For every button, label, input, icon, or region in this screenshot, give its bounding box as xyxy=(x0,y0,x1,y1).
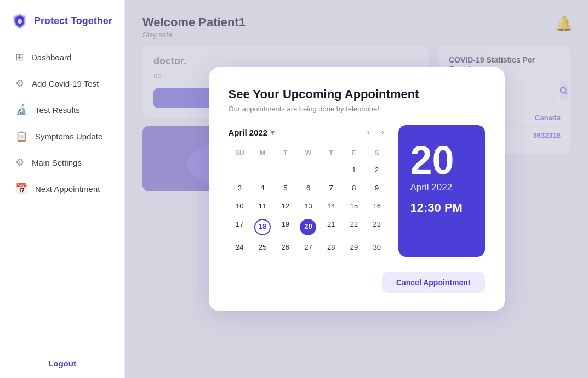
calendar-header: April 2022 ▾ ‹ › xyxy=(229,125,389,139)
app-title: Protect Together xyxy=(34,15,112,27)
cal-cell[interactable]: 4 xyxy=(251,179,274,198)
cal-day-header: W xyxy=(297,147,320,161)
cal-cell[interactable]: 11 xyxy=(251,198,274,216)
appt-day: 20 xyxy=(410,140,454,180)
sidebar-item-label: Dashboard xyxy=(31,53,71,62)
cal-cell[interactable]: 1 xyxy=(342,161,366,179)
cal-cell[interactable]: 21 xyxy=(319,216,342,239)
cal-cell[interactable]: 8 xyxy=(342,179,366,198)
sidebar-item-covid-test[interactable]: ⚙ Add Covid-19 Test xyxy=(7,71,118,95)
logo-area: Protect Together xyxy=(0,0,124,40)
svg-point-0 xyxy=(18,19,22,24)
cal-cell[interactable]: 9 xyxy=(366,179,389,198)
sidebar-item-label: Main Settings xyxy=(32,158,82,167)
calendar: April 2022 ▾ ‹ › SUMTWTFS123456789101112… xyxy=(229,125,389,256)
cal-cell xyxy=(274,161,297,179)
cal-cell[interactable]: 28 xyxy=(319,239,342,257)
sidebar-item-appointment[interactable]: 📅 Next Appointment xyxy=(7,177,118,201)
cal-cell xyxy=(251,161,274,179)
cal-cell xyxy=(319,161,342,179)
modal-overlay: See Your Upcoming Appointment Our appoin… xyxy=(125,0,588,378)
sidebar-item-label: Add Covid-19 Test xyxy=(32,79,99,88)
modal-subtitle: Our appointments are being done by telep… xyxy=(229,105,485,113)
cal-cell[interactable]: 7 xyxy=(319,179,342,198)
sidebar-item-dashboard[interactable]: ⊞ Dashboard xyxy=(7,45,118,69)
cal-cell[interactable]: 24 xyxy=(229,239,252,257)
calendar-grid: SUMTWTFS12345678910111213141516171819202… xyxy=(229,147,389,256)
dashboard-icon: ⊞ xyxy=(15,51,24,63)
cal-cell[interactable]: 17 xyxy=(229,216,252,239)
cal-cell[interactable]: 3 xyxy=(229,179,252,198)
sidebar-item-label: Symptoms Update xyxy=(35,132,102,141)
cal-cell[interactable]: 29 xyxy=(342,239,366,257)
logout-button[interactable]: Logout xyxy=(0,349,124,378)
cal-cell[interactable]: 22 xyxy=(342,216,366,239)
cal-cell[interactable]: 12 xyxy=(274,198,297,216)
cal-cell xyxy=(229,161,252,179)
modal-body: April 2022 ▾ ‹ › SUMTWTFS123456789101112… xyxy=(229,125,485,256)
cal-cell[interactable]: 15 xyxy=(342,198,366,216)
cal-day-header: M xyxy=(251,147,274,161)
cancel-appointment-button[interactable]: Cancel Appointment xyxy=(382,272,485,293)
cal-cell[interactable]: 20 xyxy=(300,219,316,235)
covid-test-icon: ⚙ xyxy=(15,77,24,89)
month-selector[interactable]: April 2022 ▾ xyxy=(229,128,275,137)
cal-cell[interactable]: 6 xyxy=(297,179,320,198)
modal-footer: Cancel Appointment xyxy=(229,272,485,293)
cal-day-header: T xyxy=(319,147,342,161)
prev-month-button[interactable]: ‹ xyxy=(363,125,374,139)
cal-cell[interactable]: 16 xyxy=(366,198,389,216)
appt-month-year: April 2022 xyxy=(410,182,453,193)
sidebar-item-settings[interactable]: ⚙ Main Settings xyxy=(7,150,118,174)
cal-cell[interactable]: 10 xyxy=(229,198,252,216)
appointment-info-panel: 20 April 2022 12:30 PM xyxy=(398,125,485,256)
sidebar: Protect Together ⊞ Dashboard ⚙ Add Covid… xyxy=(0,0,125,378)
month-label: April 2022 xyxy=(229,128,268,137)
cal-cell[interactable]: 5 xyxy=(274,179,297,198)
cal-cell[interactable]: 30 xyxy=(366,239,389,257)
cal-day-header: S xyxy=(366,147,389,161)
cal-day-header: F xyxy=(342,147,366,161)
cal-cell[interactable]: 27 xyxy=(297,239,320,257)
cal-cell[interactable]: 19 xyxy=(274,216,297,239)
cal-cell[interactable]: 26 xyxy=(274,239,297,257)
cal-day-header: SU xyxy=(229,147,252,161)
test-results-icon: 🔬 xyxy=(15,104,27,116)
cal-cell xyxy=(297,161,320,179)
appt-time: 12:30 PM xyxy=(410,201,463,215)
modal-title: See Your Upcoming Appointment xyxy=(229,87,485,101)
cal-cell[interactable]: 25 xyxy=(251,239,274,257)
sidebar-item-label: Test Results xyxy=(35,105,80,115)
next-month-button[interactable]: › xyxy=(376,125,388,139)
sidebar-item-label: Next Appointment xyxy=(35,184,100,194)
cal-cell[interactable]: 2 xyxy=(366,161,389,179)
main-content: Welcome Patient1 Stay safe. 🔔 doctor. no… xyxy=(125,0,588,378)
shield-icon xyxy=(11,12,28,30)
settings-icon: ⚙ xyxy=(15,156,24,168)
sidebar-item-symptoms[interactable]: 📋 Symptoms Update xyxy=(7,124,118,148)
cal-cell[interactable]: 23 xyxy=(366,216,389,239)
appointment-icon: 📅 xyxy=(15,183,27,195)
cal-cell[interactable]: 14 xyxy=(319,198,342,216)
sidebar-nav: ⊞ Dashboard ⚙ Add Covid-19 Test 🔬 Test R… xyxy=(0,40,124,349)
symptoms-icon: 📋 xyxy=(15,130,27,142)
cal-day-header: T xyxy=(274,147,297,161)
dropdown-icon: ▾ xyxy=(271,128,275,137)
sidebar-item-test-results[interactable]: 🔬 Test Results xyxy=(7,98,118,122)
appointment-modal: See Your Upcoming Appointment Our appoin… xyxy=(209,67,505,310)
cal-cell[interactable]: 18 xyxy=(251,216,274,239)
cal-cell[interactable]: 13 xyxy=(297,198,320,216)
